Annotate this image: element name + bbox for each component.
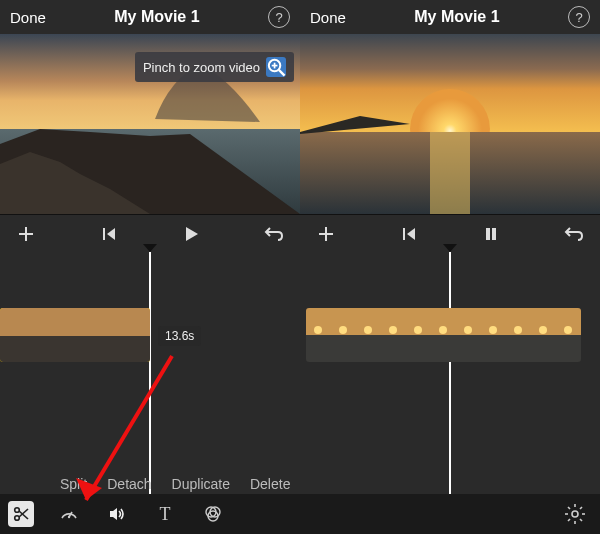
svg-rect-8 bbox=[103, 228, 105, 240]
text-tool[interactable]: T bbox=[152, 501, 178, 527]
svg-point-47 bbox=[364, 326, 372, 334]
add-media-button[interactable] bbox=[314, 222, 338, 246]
svg-point-50 bbox=[389, 326, 397, 334]
delete-button[interactable]: Delete bbox=[250, 476, 290, 492]
svg-point-56 bbox=[439, 326, 447, 334]
zoom-hint: Pinch to zoom video bbox=[135, 52, 294, 82]
video-clip[interactable] bbox=[306, 308, 594, 362]
svg-rect-12 bbox=[25, 336, 50, 362]
duplicate-button[interactable]: Duplicate bbox=[172, 476, 230, 492]
svg-rect-42 bbox=[306, 335, 331, 362]
pause-button[interactable] bbox=[479, 222, 503, 246]
bottom-toolbar bbox=[300, 494, 600, 534]
video-clip[interactable] bbox=[0, 308, 150, 362]
clip-duration: 13.6s bbox=[158, 326, 201, 346]
svg-rect-9 bbox=[0, 308, 25, 336]
svg-rect-51 bbox=[381, 335, 406, 362]
video-preview[interactable]: Pinch to zoom video bbox=[0, 34, 300, 214]
svg-point-73 bbox=[572, 511, 578, 517]
split-button[interactable]: Split bbox=[60, 476, 87, 492]
svg-rect-48 bbox=[356, 335, 381, 362]
undo-button[interactable] bbox=[262, 222, 286, 246]
video-preview[interactable] bbox=[300, 34, 600, 214]
svg-rect-19 bbox=[125, 308, 150, 336]
undo-button[interactable] bbox=[562, 222, 586, 246]
scissors-tool[interactable] bbox=[8, 501, 34, 527]
play-button[interactable] bbox=[179, 222, 203, 246]
filters-tool[interactable] bbox=[200, 501, 226, 527]
editor-screen-right: Done My Movie 1 ? bbox=[300, 0, 600, 534]
svg-point-41 bbox=[314, 326, 322, 334]
svg-rect-69 bbox=[531, 335, 556, 362]
clip-actions: Split Detach Duplicate Delete bbox=[60, 476, 290, 492]
svg-point-71 bbox=[564, 326, 572, 334]
speed-tool[interactable] bbox=[56, 501, 82, 527]
help-button[interactable]: ? bbox=[268, 6, 290, 28]
svg-point-44 bbox=[339, 326, 347, 334]
svg-rect-54 bbox=[406, 335, 431, 362]
playhead[interactable] bbox=[449, 252, 451, 534]
editor-screen-left: Done My Movie 1 ? bbox=[0, 0, 300, 534]
svg-rect-17 bbox=[100, 308, 125, 336]
svg-point-65 bbox=[514, 326, 522, 334]
svg-line-3 bbox=[279, 70, 285, 76]
header: Done My Movie 1 ? bbox=[0, 0, 300, 34]
playhead-marker-icon bbox=[143, 244, 157, 252]
zoom-icon bbox=[266, 57, 286, 77]
svg-point-62 bbox=[489, 326, 497, 334]
svg-rect-34 bbox=[430, 132, 470, 214]
playhead-marker-icon bbox=[443, 244, 457, 252]
timeline[interactable]: 13.6s Split Detach Duplicate Delete bbox=[0, 252, 300, 534]
prev-button[interactable] bbox=[97, 222, 121, 246]
done-button[interactable]: Done bbox=[310, 9, 346, 26]
help-button[interactable]: ? bbox=[568, 6, 590, 28]
svg-rect-20 bbox=[125, 336, 150, 362]
svg-rect-45 bbox=[331, 335, 356, 362]
svg-rect-66 bbox=[506, 335, 531, 362]
svg-rect-37 bbox=[403, 228, 405, 240]
svg-rect-10 bbox=[0, 336, 25, 362]
svg-rect-63 bbox=[481, 335, 506, 362]
svg-line-79 bbox=[580, 519, 582, 521]
svg-rect-72 bbox=[556, 335, 581, 362]
prev-button[interactable] bbox=[397, 222, 421, 246]
svg-rect-14 bbox=[50, 336, 75, 362]
settings-button[interactable] bbox=[562, 501, 588, 527]
svg-line-80 bbox=[568, 519, 570, 521]
svg-rect-11 bbox=[25, 308, 50, 336]
svg-line-81 bbox=[580, 507, 582, 509]
project-title: My Movie 1 bbox=[414, 8, 499, 26]
project-title: My Movie 1 bbox=[114, 8, 199, 26]
svg-point-53 bbox=[414, 326, 422, 334]
svg-rect-38 bbox=[486, 228, 490, 240]
volume-tool[interactable] bbox=[104, 501, 130, 527]
svg-point-59 bbox=[464, 326, 472, 334]
svg-rect-18 bbox=[100, 336, 125, 362]
svg-rect-16 bbox=[75, 336, 100, 362]
header: Done My Movie 1 ? bbox=[300, 0, 600, 34]
svg-point-68 bbox=[539, 326, 547, 334]
svg-rect-60 bbox=[456, 335, 481, 362]
svg-rect-15 bbox=[75, 308, 100, 336]
done-button[interactable]: Done bbox=[10, 9, 46, 26]
svg-rect-39 bbox=[492, 228, 496, 240]
zoom-hint-label: Pinch to zoom video bbox=[143, 60, 260, 75]
detach-button[interactable]: Detach bbox=[107, 476, 151, 492]
svg-point-26 bbox=[68, 516, 70, 518]
add-media-button[interactable] bbox=[14, 222, 38, 246]
timeline[interactable] bbox=[300, 252, 600, 534]
svg-line-78 bbox=[568, 507, 570, 509]
bottom-toolbar: T bbox=[0, 494, 300, 534]
svg-rect-13 bbox=[50, 308, 75, 336]
svg-rect-57 bbox=[431, 335, 456, 362]
